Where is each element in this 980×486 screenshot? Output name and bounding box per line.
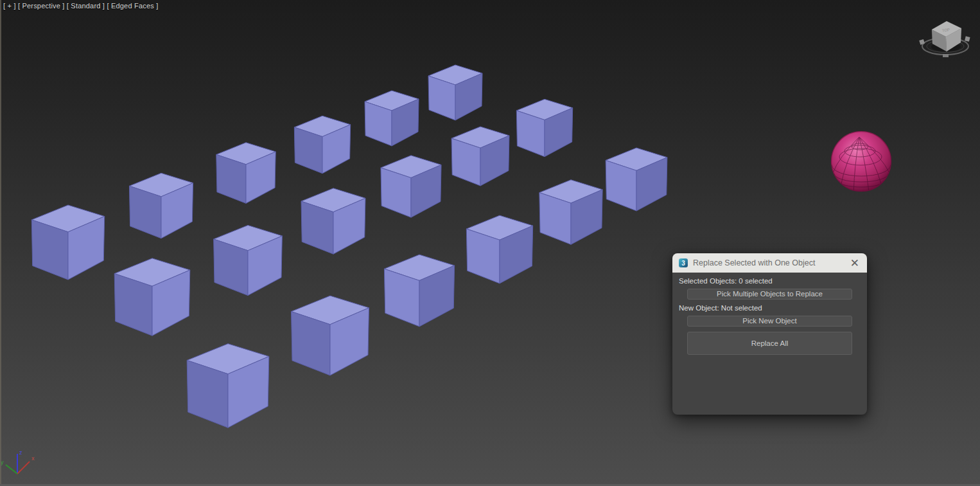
dialog-titlebar[interactable]: 3 Replace Selected with One Object ✕ — [672, 253, 867, 273]
replace-all-button[interactable]: Replace All — [687, 332, 852, 355]
cube-object[interactable] — [428, 65, 482, 120]
3dsmax-app-icon: 3 — [679, 258, 688, 267]
cube-grid — [31, 65, 667, 428]
sphere-object[interactable] — [831, 131, 891, 192]
new-object-label: New Object: Not selected — [679, 304, 861, 312]
cube-object[interactable] — [114, 258, 190, 336]
cube-object[interactable] — [606, 148, 667, 211]
cube-object[interactable] — [516, 99, 572, 156]
dialog-body: Selected Objects: 0 selected Pick Multip… — [672, 273, 867, 355]
pick-multiple-objects-button[interactable]: Pick Multiple Objects to Replace — [687, 289, 852, 300]
cube-object[interactable] — [294, 116, 350, 173]
cube-object[interactable] — [466, 215, 532, 284]
cube-object[interactable] — [384, 255, 454, 327]
viewport-left-edge — [0, 0, 1, 486]
x-axis-label: x — [31, 455, 35, 462]
viewcube-east-marker[interactable] — [965, 36, 970, 41]
cube-object[interactable] — [216, 143, 276, 204]
cube-object[interactable] — [214, 225, 283, 295]
cube-object[interactable] — [129, 173, 193, 238]
close-icon[interactable]: ✕ — [849, 258, 861, 269]
cube-object[interactable] — [365, 91, 419, 146]
world-axis-gizmo: z x y — [1, 449, 35, 474]
cube-object[interactable] — [301, 188, 365, 254]
dialog-title: Replace Selected with One Object — [693, 258, 844, 267]
viewport: [ + ] [ Perspective ] [ Standard ] [ Edg… — [0, 0, 980, 486]
cube-object[interactable] — [381, 156, 441, 217]
x-axis-line — [17, 462, 30, 474]
viewcube-gizmo[interactable]: TOP — [919, 21, 970, 57]
cube-object[interactable] — [451, 127, 509, 186]
selected-objects-label: Selected Objects: 0 selected — [679, 277, 861, 285]
pick-new-object-button[interactable]: Pick New Object — [687, 316, 852, 327]
y-axis-line — [6, 465, 17, 474]
cube-object[interactable] — [292, 296, 369, 375]
cube-object[interactable] — [539, 180, 602, 245]
viewcube-west-marker[interactable] — [919, 39, 925, 45]
replace-dialog: 3 Replace Selected with One Object ✕ Sel… — [672, 253, 867, 415]
viewcube-south-marker[interactable] — [943, 54, 949, 57]
cube-object[interactable] — [31, 205, 104, 280]
z-axis-label: z — [19, 449, 22, 456]
cube-object[interactable] — [187, 344, 269, 428]
